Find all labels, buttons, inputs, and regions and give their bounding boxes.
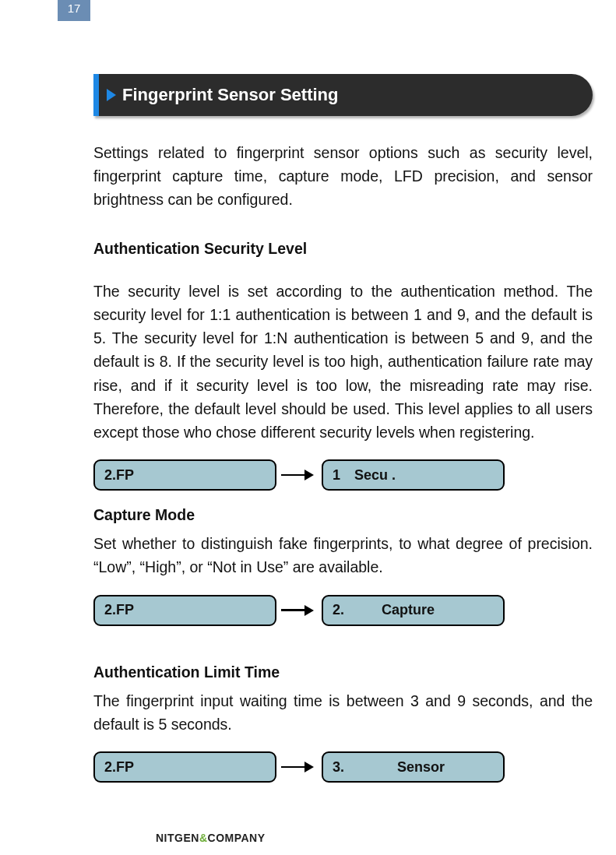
flow-to-label: Capture [382, 602, 435, 618]
section-body-capture-mode: Set whether to distinguish fake fingerpr… [93, 532, 593, 579]
arrow-right-icon [281, 605, 314, 616]
page-number-tab: 17 [58, 0, 90, 21]
arrow-right-icon [281, 470, 314, 480]
section-body-auth-security: The security level is set according to t… [93, 280, 593, 445]
flow-to-num: 1 [333, 467, 340, 484]
flow-to-label: Secu . [354, 467, 396, 484]
page-content: Fingerprint Sensor Setting Settings rela… [93, 74, 593, 787]
page-title: Fingerprint Sensor Setting [122, 85, 338, 105]
footer-brand-b: COMPANY [208, 832, 266, 844]
flow-to-box: 2. Capture [322, 595, 505, 626]
flow-from-box: 2.FP [93, 459, 276, 491]
intro-paragraph: Settings related to fingerprint sensor o… [93, 141, 593, 212]
section-title-bar: Fingerprint Sensor Setting [93, 74, 593, 116]
flow-from-box: 2.FP [93, 751, 276, 783]
flow-from-box: 2.FP [93, 595, 276, 626]
footer-brand: NITGEN&COMPANY [156, 832, 266, 844]
flow-to-box: 3. Sensor [322, 751, 505, 783]
flow-limit-time: 2.FP 3. Sensor [93, 751, 593, 783]
footer-brand-a: NITGEN [156, 832, 199, 844]
flow-to-num: 2. [333, 602, 344, 618]
section-heading-limit-time: Authentication Limit Time [93, 663, 593, 681]
flow-to-label: Sensor [397, 759, 445, 776]
title-triangle-icon [107, 89, 116, 101]
flow-to-num: 3. [333, 759, 344, 776]
arrow-right-icon [281, 762, 314, 772]
footer-amp: & [199, 832, 208, 844]
section-heading-auth-security: Authentication Security Level [93, 240, 593, 258]
section-heading-capture-mode: Capture Mode [93, 506, 593, 524]
flow-to-box: 1 Secu . [322, 459, 505, 491]
flow-capture-mode: 2.FP 2. Capture [93, 595, 593, 626]
flow-auth-security: 2.FP 1 Secu . [93, 459, 593, 491]
section-body-limit-time: The fingerprint input waiting time is be… [93, 689, 593, 736]
